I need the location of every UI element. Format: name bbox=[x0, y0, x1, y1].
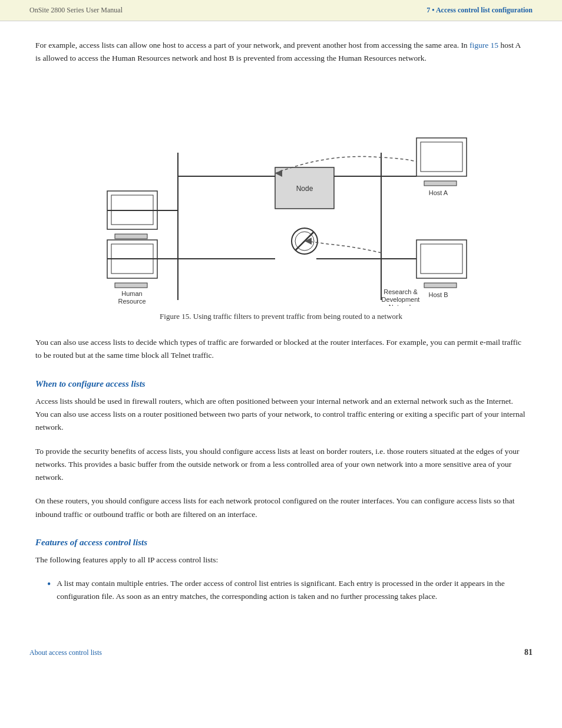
svg-rect-7 bbox=[421, 244, 462, 274]
host-b-label: Host B bbox=[428, 291, 448, 298]
page-content: For example, access lists can allow one … bbox=[0, 21, 562, 627]
bullet-text-1: A list may contain multiple entries. The… bbox=[57, 577, 527, 604]
header-chapter-title: 7 • Access control list configuration bbox=[427, 6, 533, 15]
figure-caption: Figure 15. Using traffic filters to prev… bbox=[35, 312, 527, 321]
figure-15-link[interactable]: figure 15 bbox=[470, 41, 498, 50]
section2-heading: Features of access control lists bbox=[35, 538, 527, 548]
svg-rect-2 bbox=[115, 234, 147, 239]
svg-rect-3 bbox=[416, 138, 467, 176]
page-footer: About access control lists 81 bbox=[0, 639, 562, 666]
section1-heading: When to configure access lists bbox=[35, 379, 527, 389]
section1-para1: Access lists should be used in firewall … bbox=[35, 395, 527, 434]
bullet-dot-1: • bbox=[47, 576, 51, 594]
section2-intro: The following features apply to all IP a… bbox=[35, 554, 527, 566]
hr-network-line2: Resource bbox=[118, 298, 146, 305]
page-number: 81 bbox=[524, 648, 533, 657]
footer-section-label: About access control lists bbox=[29, 648, 102, 657]
svg-rect-11 bbox=[115, 283, 147, 288]
page-header: OnSite 2800 Series User Manual 7 • Acces… bbox=[0, 0, 562, 21]
bullet-item-1: • A list may contain multiple entries. T… bbox=[47, 577, 527, 604]
node-label: Node bbox=[296, 185, 313, 193]
rd-network-line1: Research & bbox=[384, 288, 418, 295]
svg-rect-5 bbox=[424, 181, 457, 186]
header-manual-title: OnSite 2800 Series User Manual bbox=[29, 6, 123, 15]
svg-rect-6 bbox=[416, 240, 467, 278]
svg-rect-4 bbox=[421, 142, 462, 172]
intro-paragraph: For example, access lists can allow one … bbox=[35, 39, 527, 64]
hr-network-line3: Network bbox=[120, 305, 144, 306]
para-after-diagram: You can also use access lists to decide … bbox=[35, 336, 527, 363]
network-diagram: Host A Host B Node bbox=[75, 82, 487, 306]
svg-rect-8 bbox=[424, 283, 457, 288]
host-a-label: Host A bbox=[429, 189, 448, 196]
section1-para2: To provide the security benefits of acce… bbox=[35, 445, 527, 485]
rd-network-line2: Development bbox=[382, 296, 420, 303]
diagram-container: Host A Host B Node bbox=[35, 82, 527, 306]
hr-network-line1: Human bbox=[121, 290, 142, 297]
rd-network-line3: Network bbox=[389, 304, 413, 306]
bullet-list: • A list may contain multiple entries. T… bbox=[47, 577, 527, 604]
section1-para3: On these routers, you should configure a… bbox=[35, 495, 527, 521]
